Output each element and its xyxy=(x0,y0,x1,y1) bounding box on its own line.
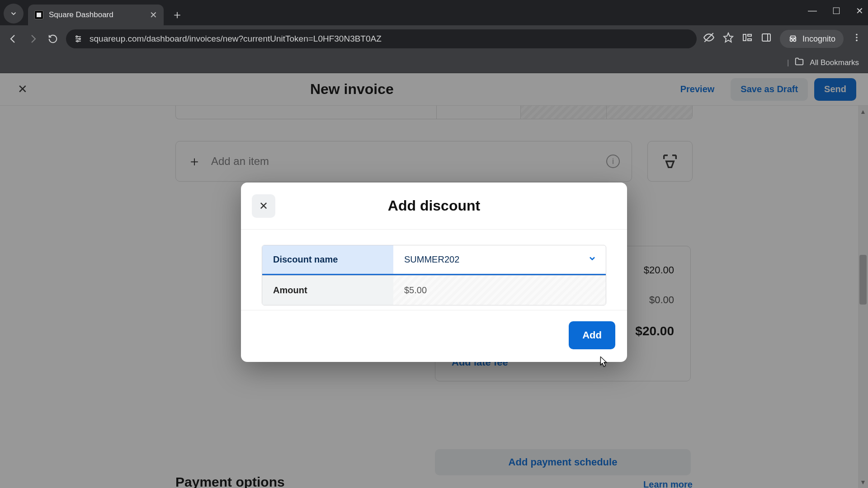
eye-off-icon[interactable] xyxy=(703,32,715,46)
window-maximize-icon[interactable]: ☐ xyxy=(832,5,840,16)
svg-rect-9 xyxy=(748,34,751,36)
svg-rect-11 xyxy=(762,34,770,41)
svg-rect-10 xyxy=(748,39,751,41)
svg-point-15 xyxy=(856,34,858,36)
svg-point-4 xyxy=(79,38,80,39)
media-controls-icon[interactable] xyxy=(742,32,753,46)
side-panel-icon[interactable] xyxy=(761,32,772,46)
tab-title: Square Dashboard xyxy=(49,10,113,19)
amount-field: Amount $5.00 xyxy=(262,275,606,305)
folder-icon xyxy=(794,56,804,69)
tab-close-icon[interactable]: ✕ xyxy=(150,9,157,20)
nav-reload-icon[interactable] xyxy=(46,34,60,44)
bookmarks-bar: | All Bookmarks xyxy=(0,52,868,73)
browser-tab-active[interactable]: Square Dashboard ✕ xyxy=(28,5,164,25)
svg-point-16 xyxy=(856,37,858,38)
discount-name-value: SUMMER202 xyxy=(404,254,459,265)
svg-point-5 xyxy=(77,40,78,42)
amount-value: $5.00 xyxy=(404,285,427,296)
chevron-down-icon[interactable] xyxy=(588,254,597,265)
modal-title: Add discount xyxy=(275,197,593,214)
bookmarks-divider: | xyxy=(787,58,789,67)
address-bar[interactable]: squareup.com/dashboard/invoices/new?curr… xyxy=(66,29,697,48)
all-bookmarks-link[interactable]: All Bookmarks xyxy=(810,58,859,67)
svg-point-3 xyxy=(76,36,77,37)
tab-search-button[interactable] xyxy=(4,4,24,23)
nav-back-icon[interactable] xyxy=(6,33,20,44)
new-tab-button[interactable]: ＋ xyxy=(168,5,186,23)
svg-point-14 xyxy=(793,39,796,42)
modal-add-button[interactable]: Add xyxy=(569,321,615,349)
nav-forward-icon xyxy=(26,33,40,44)
bookmark-star-icon[interactable] xyxy=(723,32,734,46)
browser-menu-icon[interactable] xyxy=(852,33,862,45)
window-minimize-icon[interactable]: ― xyxy=(808,5,817,16)
modal-close-button[interactable]: ✕ xyxy=(252,194,275,218)
site-settings-icon[interactable] xyxy=(73,34,83,44)
browser-tabstrip: Square Dashboard ✕ ＋ ― ☐ ✕ xyxy=(0,0,868,25)
incognito-label: Incognito xyxy=(802,34,835,44)
window-controls: ― ☐ ✕ xyxy=(808,5,863,16)
add-discount-modal: ✕ Add discount Discount name SUMMER202 xyxy=(241,183,627,362)
browser-toolbar: squareup.com/dashboard/invoices/new?curr… xyxy=(0,25,868,52)
incognito-indicator[interactable]: Incognito xyxy=(780,30,844,48)
svg-point-13 xyxy=(790,39,793,42)
svg-point-17 xyxy=(856,40,858,42)
app-viewport: ✕ New invoice Preview Save as Draft Send… xyxy=(0,73,868,488)
svg-marker-7 xyxy=(724,33,733,42)
address-url: squareup.com/dashboard/invoices/new?curr… xyxy=(90,34,382,44)
discount-name-label: Discount name xyxy=(262,245,393,275)
discount-name-field[interactable]: Discount name SUMMER202 xyxy=(262,245,606,275)
svg-rect-8 xyxy=(743,34,746,41)
window-close-icon[interactable]: ✕ xyxy=(856,5,863,16)
tab-favicon xyxy=(34,10,43,19)
amount-label: Amount xyxy=(262,276,393,305)
